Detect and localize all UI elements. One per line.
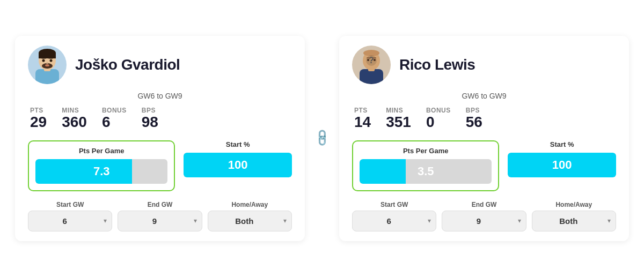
svg-point-19 [374,59,376,61]
player2-pts-per-game-value: 3.5 [418,164,434,178]
player1-stats-row: PTS 29 MINS 360 BONUS 6 BPS 98 [28,107,292,131]
player2-start-pct-label: Start % [508,140,616,148]
player2-end-gw-wrapper[interactable]: 6789 ▾ [442,211,526,231]
player1-end-gw-wrapper[interactable]: 6789 ▾ [118,211,202,231]
svg-point-11 [45,64,49,66]
player2-end-gw-select[interactable]: 6789 [442,211,526,231]
player2-avatar: ? [352,46,391,84]
player2-start-pct-track: 100 [508,153,616,177]
player1-start-gw-select[interactable]: 6789 [28,211,112,231]
svg-point-6 [42,59,45,62]
player1-mins-label: MINS [62,107,79,114]
player1-end-gw-select[interactable]: 6789 [118,211,202,231]
player1-home-away-label: Home/Away [208,201,292,208]
svg-rect-8 [41,57,46,59]
player1-pts-value: 29 [30,114,47,131]
player1-name: Joško Gvardiol [75,56,180,73]
player2-start-gw-select[interactable]: 6789 [352,211,436,231]
player2-start-pct-box: Start % 100 [508,140,616,177]
player1-bps-label: BPS [142,107,156,114]
player2-start-gw-group: Start GW 6789 ▾ [352,201,436,231]
player1-home-away-wrapper[interactable]: BothHomeAway ▾ [208,211,292,231]
svg-point-18 [367,59,369,61]
svg-rect-4 [39,53,56,58]
player1-mins-value: 360 [62,114,87,131]
player1-bars-row: Pts Per Game 7.3 Start % 100 [28,140,292,191]
player2-pts-label: PTS [354,107,368,114]
player1-gw-range: GW6 to GW9 [28,92,292,100]
player2-start-gw-wrapper[interactable]: 6789 ▾ [352,211,436,231]
player2-mins: MINS 351 [386,107,411,131]
player2-pts-per-game-label: Pts Per Game [360,147,492,155]
player2-home-away-label: Home/Away [532,201,616,208]
player1-card: Joško Gvardiol GW6 to GW9 PTS 29 MINS 36… [15,36,305,241]
player2-start-gw-label: Start GW [352,201,436,208]
svg-rect-9 [48,57,53,59]
player1-pts-per-game-fill [35,159,132,184]
player2-bonus-label: BONUS [426,107,451,114]
player2-start-pct-value: 100 [552,158,572,172]
player1-pts-label: PTS [30,107,43,114]
svg-point-10 [46,63,48,64]
player2-end-gw-group: End GW 6789 ▾ [442,201,526,231]
player1-home-away-group: Home/Away BothHomeAway ▾ [208,201,292,231]
player2-bps-value: 56 [466,114,482,131]
player2-bonus: BONUS 0 [426,107,451,131]
player1-pts-per-game-box: Pts Per Game 7.3 [28,140,175,191]
player1-start-pct-track: 100 [184,153,292,177]
player2-mins-label: MINS [386,107,403,114]
svg-rect-0 [35,69,59,84]
player2-bps-label: BPS [466,107,480,114]
player2-end-gw-label: End GW [442,201,526,208]
player1-home-away-select[interactable]: BothHomeAway [208,211,292,231]
player2-home-away-wrapper[interactable]: BothHomeAway ▾ [532,211,616,231]
link-divider: 🔗 [310,131,334,145]
player2-mins-value: 351 [386,114,411,131]
player2-bonus-value: 0 [426,114,435,131]
player1-start-pct-box: Start % 100 [184,140,292,177]
player1-end-gw-label: End GW [118,201,202,208]
player1-pts: PTS 29 [30,107,47,131]
player2-pts-per-game-box: Pts Per Game 3.5 [352,140,499,191]
player1-header: Joško Gvardiol [28,46,292,84]
player2-controls: Start GW 6789 ▾ End GW 6789 ▾ Ho [352,201,616,231]
svg-text:?: ? [369,56,374,65]
player1-start-pct-label: Start % [184,140,292,148]
player1-avatar [28,46,67,84]
player2-pts-value: 14 [354,114,371,131]
player2-pts: PTS 14 [354,107,371,131]
player1-start-pct-value: 100 [228,158,248,172]
player2-bars-row: Pts Per Game 3.5 Start % 100 [352,140,616,191]
svg-rect-21 [372,57,376,58]
player1-bps: BPS 98 [142,107,158,131]
player1-start-gw-wrapper[interactable]: 6789 ▾ [28,211,112,231]
player1-end-gw-group: End GW 6789 ▾ [118,201,202,231]
player2-stats-row: PTS 14 MINS 351 BONUS 0 BPS 56 [352,107,616,131]
player1-pts-per-game-track: 7.3 [35,159,167,184]
player1-pts-per-game-label: Pts Per Game [35,147,167,155]
player1-start-pct-fill: 100 [184,153,292,177]
player1-bonus-value: 6 [102,114,111,131]
player2-home-away-select[interactable]: BothHomeAway [532,211,616,231]
player2-header: ? Rico Lewis [352,46,616,84]
player1-bps-value: 98 [142,114,158,131]
svg-point-7 [50,59,53,62]
player2-pts-per-game-track: 3.5 [360,159,492,184]
player1-controls: Start GW 6789 ▾ End GW 6789 ▾ Ho [28,201,292,231]
player1-bonus: BONUS 6 [102,107,127,131]
player1-pts-per-game-value: 7.3 [93,164,110,178]
player1-bonus-label: BONUS [102,107,127,114]
player2-card: ? Rico Lewis GW6 to GW9 PTS 14 MINS 351 [339,36,629,241]
player2-pts-per-game-fill [360,159,406,184]
player2-name: Rico Lewis [399,56,475,73]
player2-gw-range: GW6 to GW9 [352,92,616,100]
svg-rect-20 [367,57,370,58]
player1-mins: MINS 360 [62,107,87,131]
main-container: Joško Gvardiol GW6 to GW9 PTS 29 MINS 36… [5,36,639,241]
svg-rect-12 [360,69,383,84]
player2-start-pct-fill: 100 [508,153,616,177]
player2-bps: BPS 56 [466,107,482,131]
link-icon: 🔗 [312,129,332,148]
player2-home-away-group: Home/Away BothHomeAway ▾ [532,201,616,231]
player1-start-gw-label: Start GW [28,201,112,208]
